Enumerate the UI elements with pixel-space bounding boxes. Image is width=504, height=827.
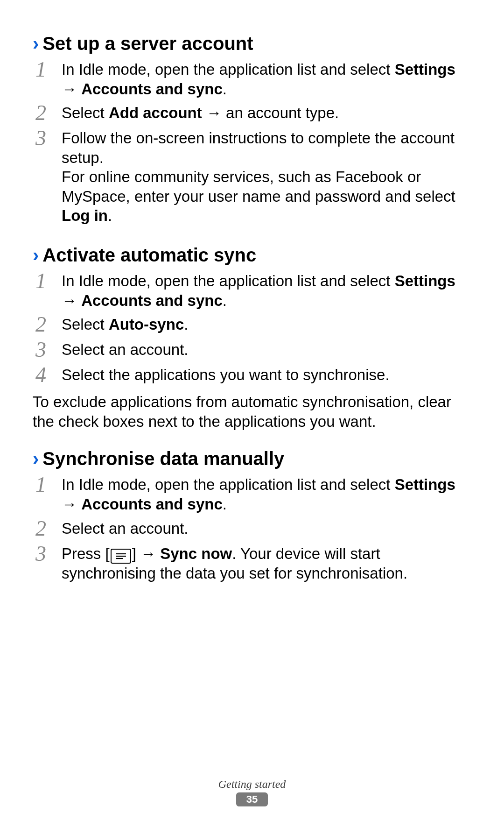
step-text-bold: Settings <box>395 476 455 493</box>
step-number: 4 <box>33 364 62 386</box>
step-text-bold: Log in <box>62 207 108 224</box>
step-text-bold: Sync now <box>160 545 232 562</box>
step-body: In Idle mode, open the application list … <box>62 270 471 310</box>
step-item: 4 Select the applications you want to sy… <box>33 362 471 388</box>
step-text: . <box>223 80 227 98</box>
step-text: . <box>223 495 227 513</box>
step-item: 2 Select Auto-sync. <box>33 312 471 337</box>
manual-page: › Set up a server account 1 In Idle mode… <box>0 0 504 827</box>
step-number: 3 <box>33 127 62 149</box>
body-paragraph: To exclude applications from automatic s… <box>33 392 471 431</box>
step-item: 3 Press [] → Sync now. Your device will … <box>33 541 471 585</box>
step-text: Select an account. <box>62 520 189 537</box>
step-item: 3 Select an account. <box>33 337 471 362</box>
step-text-bold: Settings <box>395 61 455 78</box>
step-text: Select <box>62 316 109 333</box>
step-item: 1 In Idle mode, open the application lis… <box>33 57 471 100</box>
steps-list: 1 In Idle mode, open the application lis… <box>33 57 471 227</box>
step-body: Select Add account → an account type. <box>62 102 471 123</box>
step-body: In Idle mode, open the application list … <box>62 59 471 99</box>
menu-button-icon <box>111 549 131 564</box>
page-number-badge: 35 <box>236 792 268 806</box>
step-text-bold: Accounts and sync <box>81 292 223 309</box>
step-text: In Idle mode, open the application list … <box>62 61 395 78</box>
step-text-bold: Settings <box>395 272 455 290</box>
step-text-bold: Accounts and sync <box>81 495 223 513</box>
step-number: 2 <box>33 518 62 539</box>
chevron-right-icon: › <box>33 246 39 264</box>
step-item: 3 Follow the on-screen instructions to c… <box>33 126 471 227</box>
step-text: In Idle mode, open the application list … <box>62 272 395 290</box>
step-text: ] → <box>132 545 161 562</box>
step-number: 2 <box>33 314 62 335</box>
step-text: → <box>62 495 81 513</box>
step-number: 2 <box>33 102 62 124</box>
step-text: Press [ <box>62 545 110 562</box>
footer-section-label: Getting started <box>0 778 504 791</box>
steps-list: 1 In Idle mode, open the application lis… <box>33 472 471 585</box>
heading-text: Activate automatic sync <box>42 244 256 266</box>
step-item: 1 In Idle mode, open the application lis… <box>33 269 471 312</box>
step-number: 3 <box>33 543 62 565</box>
chevron-right-icon: › <box>33 449 39 468</box>
heading-text: Synchronise data manually <box>42 448 284 469</box>
step-text-bold: Add account <box>109 104 202 121</box>
step-body: Select an account. <box>62 518 471 538</box>
section-heading: › Synchronise data manually <box>33 448 471 469</box>
step-text: . <box>184 316 188 333</box>
step-text: → <box>62 80 81 98</box>
step-body: Select Auto-sync. <box>62 314 471 334</box>
chevron-right-icon: › <box>33 34 39 53</box>
step-body: Follow the on-screen instructions to com… <box>62 127 471 226</box>
step-text: → an account type. <box>202 104 339 121</box>
step-body: In Idle mode, open the application list … <box>62 474 471 514</box>
step-item: 2 Select Add account → an account type. <box>33 100 471 126</box>
step-text-bold: Accounts and sync <box>81 80 223 98</box>
step-text: Select an account. <box>62 341 189 358</box>
step-body: Select an account. <box>62 339 471 360</box>
step-text: . <box>108 207 112 224</box>
step-text: Follow the on-screen instructions to com… <box>62 129 455 166</box>
step-text: For online community services, such as F… <box>62 168 455 205</box>
step-number: 1 <box>33 59 62 80</box>
step-text: → <box>62 292 81 309</box>
section-heading: › Set up a server account <box>33 33 471 54</box>
step-text: In Idle mode, open the application list … <box>62 476 395 493</box>
steps-list: 1 In Idle mode, open the application lis… <box>33 269 471 388</box>
step-text: . <box>223 292 227 309</box>
step-text-bold: Auto-sync <box>109 316 184 333</box>
step-text: Select the applications you want to sync… <box>62 366 390 383</box>
step-number: 1 <box>33 474 62 495</box>
step-body: Press [] → Sync now. Your device will st… <box>62 543 471 583</box>
step-number: 3 <box>33 339 62 360</box>
step-item: 1 In Idle mode, open the application lis… <box>33 472 471 516</box>
step-text: Select <box>62 104 109 121</box>
step-number: 1 <box>33 270 62 292</box>
section-heading: › Activate automatic sync <box>33 244 471 266</box>
heading-text: Set up a server account <box>42 33 253 54</box>
page-footer: Getting started 35 <box>0 778 504 806</box>
step-item: 2 Select an account. <box>33 516 471 541</box>
step-body: Select the applications you want to sync… <box>62 364 471 385</box>
